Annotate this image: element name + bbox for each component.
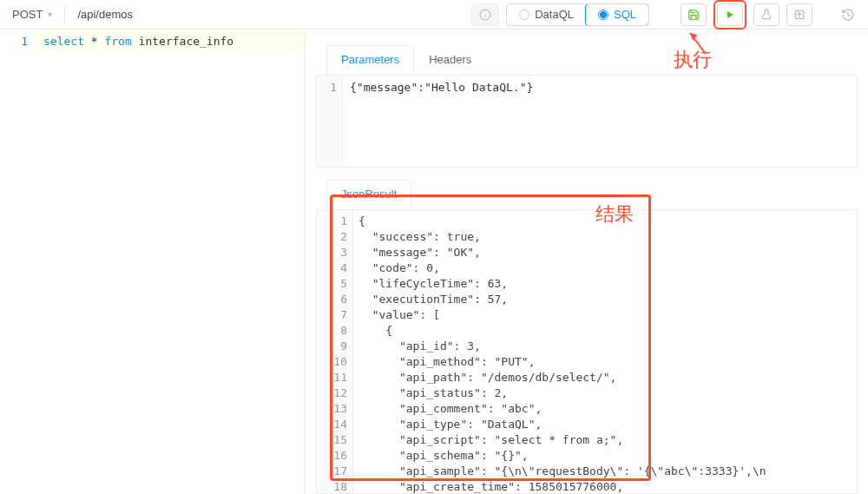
param-tabs: Parameters Headers <box>316 38 858 76</box>
save-button[interactable] <box>681 3 707 26</box>
sql-keyword: select <box>43 35 84 48</box>
top-bar: POST ▾ DataQL SQL <box>0 0 868 30</box>
right-pane: Parameters Headers 1 {"message":"Hello D… <box>306 30 868 494</box>
line-number: 1 <box>0 30 35 53</box>
result-line: "api_method": "PUT", <box>358 354 853 370</box>
result-line: "api_sample": "{\n\"requestBody\": '{\"a… <box>358 464 853 479</box>
result-line: "value": [ <box>358 307 853 323</box>
main-area: 1 select * from interface_info Parameter… <box>0 30 868 494</box>
result-line: "executionTime": 57, <box>358 292 853 307</box>
export-button[interactable] <box>786 3 812 26</box>
query-type-label: SQL <box>614 8 636 21</box>
sql-token: * <box>84 35 104 48</box>
sql-code-line: select * from interface_info <box>35 30 305 53</box>
api-path-input[interactable] <box>72 8 464 21</box>
svg-marker-3 <box>727 11 733 18</box>
sql-keyword: from <box>104 35 131 48</box>
run-button-highlight <box>713 0 746 30</box>
tab-parameters[interactable]: Parameters <box>326 45 414 75</box>
tab-json-result[interactable]: JsonResult <box>326 180 411 209</box>
annotation-arrow-icon <box>681 28 716 59</box>
history-button[interactable] <box>835 3 861 26</box>
result-gutter: 1234567891011121314151617181920212223 <box>317 210 353 493</box>
result-tabs: JsonResult <box>316 175 858 210</box>
test-button[interactable] <box>753 3 779 26</box>
result-panel: 1234567891011121314151617181920212223 { … <box>316 210 858 494</box>
result-line: "api_id": 3, <box>358 339 853 354</box>
query-type-sql[interactable]: SQL <box>585 3 649 26</box>
result-line: "code": 0, <box>358 260 853 276</box>
result-line: "success": true, <box>358 229 853 245</box>
result-line: "message": "OK", <box>358 245 853 260</box>
result-line: "api_type": "DataQL", <box>358 417 853 432</box>
result-line: "api_status": 2, <box>358 385 853 401</box>
sql-editor[interactable]: 1 select * from interface_info <box>0 30 305 53</box>
line-number: 1 <box>317 76 343 167</box>
result-line: "api_schema": "{}", <box>358 448 853 464</box>
query-type-toggle: DataQL SQL <box>506 3 649 26</box>
result-line: { <box>358 323 853 339</box>
result-line: "api_script": "select * from a;", <box>358 432 853 448</box>
divider <box>64 5 65 24</box>
result-line: "lifeCycleTime": 63, <box>358 276 853 292</box>
result-line: "api_create_time": 1585015776000, <box>358 479 853 494</box>
param-code-line: {"message":"Hello DataQL."} <box>343 76 857 167</box>
annotation-result: 结果 <box>595 201 634 227</box>
http-method-label: POST <box>12 8 43 21</box>
http-method-select[interactable]: POST ▾ <box>7 8 57 21</box>
result-line: "api_comment": "abc", <box>358 401 853 417</box>
sql-editor-pane: 1 select * from interface_info <box>0 30 306 494</box>
param-editor[interactable]: 1 {"message":"Hello DataQL."} <box>316 76 858 168</box>
run-button[interactable] <box>717 3 743 26</box>
sql-token: interface_info <box>132 35 233 48</box>
query-type-label: DataQL <box>535 8 574 21</box>
chevron-down-icon: ▾ <box>48 10 52 19</box>
info-icon[interactable] <box>471 3 499 26</box>
result-line: "api_path": "/demos/db/select/", <box>358 370 853 385</box>
radio-icon <box>598 10 608 20</box>
tab-headers[interactable]: Headers <box>414 45 486 75</box>
query-type-dataql[interactable]: DataQL <box>507 4 586 25</box>
radio-icon <box>519 10 529 20</box>
result-code[interactable]: { "success": true, "message": "OK", "cod… <box>353 210 857 493</box>
